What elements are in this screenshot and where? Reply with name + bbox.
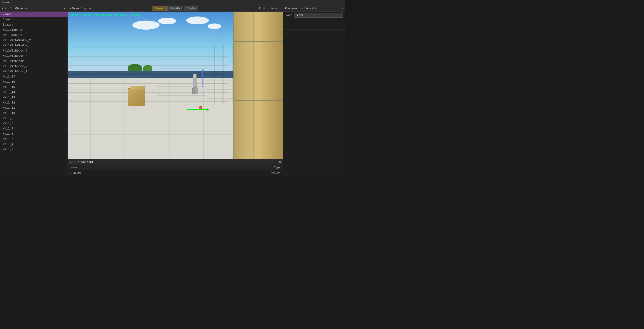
main-layout: ▼ World Objects ✕ FenceGroundStairsWallB… xyxy=(0,6,345,177)
component-arrow-transform: ▶ xyxy=(286,20,287,23)
world-object-item-wall3[interactable]: Wall_3 xyxy=(0,147,68,152)
asset-expand-arrow[interactable]: ▶ xyxy=(70,172,72,174)
char-legs xyxy=(192,88,198,94)
left-panel: ▼ World Objects ✕ FenceGroundStairsWallB… xyxy=(0,6,68,177)
name-input[interactable] xyxy=(294,13,343,18)
char-head xyxy=(193,74,196,80)
world-object-item-wallwithdoor2[interactable]: WallWithDoor_2 xyxy=(0,64,68,69)
file-content-header: ▼ File Content ✕ xyxy=(68,159,283,165)
world-object-item-wall5[interactable]: Wall_5 xyxy=(0,136,68,142)
world-object-item-wallwithdoor5[interactable]: WallWithDoor_5 xyxy=(0,48,68,53)
world-object-item-wall7[interactable]: Wall_7 xyxy=(0,126,68,131)
world-object-item-wallwithwindow1[interactable]: WallWithWindow_1 xyxy=(0,43,68,48)
world-object-item-wall4[interactable]: Wall_4 xyxy=(0,142,68,147)
camera-info: Current editor camera move speed: [0.050… xyxy=(70,14,141,17)
file-list-header: Name Type xyxy=(68,165,283,170)
col-header-name: Name xyxy=(70,166,258,169)
world-object-item-wallwithdoor3[interactable]: WallWithDoor_3 xyxy=(0,58,68,64)
rotate-button[interactable]: Rotate xyxy=(168,6,183,11)
file-content-close[interactable]: ✕ xyxy=(279,160,281,164)
col-header-type: Type xyxy=(258,166,280,169)
viewport[interactable]: Current editor camera move speed: [0.050… xyxy=(68,12,283,159)
gizmo-x-arrow xyxy=(187,109,208,110)
menu-bar: Menu xyxy=(0,0,345,6)
world-objects-header: ▼ World Objects ✕ xyxy=(0,6,68,12)
world-objects-close[interactable]: ✕ xyxy=(63,7,66,10)
name-row: Name xyxy=(283,12,345,19)
seam-h1 xyxy=(234,41,283,42)
seam-h2 xyxy=(234,71,283,71)
file-filter-icon: ▼ xyxy=(70,161,71,164)
crate xyxy=(128,88,145,106)
world-object-item-wallblock1[interactable]: WallBlock_1 xyxy=(0,32,68,38)
character xyxy=(190,74,199,100)
viewport-close[interactable]: ✕ xyxy=(279,7,281,10)
world-object-item-wall14[interactable]: Wall_14 xyxy=(0,90,68,95)
components-list: ▶ ▶ ▶ xyxy=(283,19,345,35)
world-object-item-wall15[interactable]: Wall_15 xyxy=(0,84,68,90)
trans-button[interactable]: Trans xyxy=(152,6,166,11)
components-title: Components Details xyxy=(285,7,317,10)
gizmo-y-arrowhead xyxy=(201,69,204,71)
crate-top xyxy=(129,86,146,90)
seam-h3 xyxy=(234,100,283,100)
world-object-item-wall11[interactable]: Wall_11 xyxy=(0,105,68,110)
name-label: Name xyxy=(286,14,292,17)
right-panel: Components Details ✕ Name ▶ ▶ ▶ xyxy=(283,6,345,177)
scale-button[interactable]: Scale xyxy=(184,6,198,11)
world-object-item-wall17[interactable]: Wall_17 xyxy=(0,74,68,79)
world-object-item-wall10[interactable]: Wall_10 xyxy=(0,110,68,116)
scene-container: Current editor camera move speed: [0.050… xyxy=(68,12,283,159)
cloud xyxy=(208,24,221,29)
world-object-item-wall6[interactable]: Wall_6 xyxy=(0,131,68,136)
gizmo-y-arrow xyxy=(202,71,203,86)
component-mesh[interactable]: ▶ xyxy=(283,24,345,30)
world-object-item-wall13[interactable]: Wall_13 xyxy=(0,95,68,100)
file-content-list: Name Type ▶ asset Folder xyxy=(68,165,283,177)
viewport-title: Game Engine xyxy=(72,7,92,10)
filter-icon[interactable]: ▼ xyxy=(2,7,4,10)
world-object-item-wall12[interactable]: Wall_12 xyxy=(0,100,68,105)
editor-mode-label: Editor Mode xyxy=(259,7,277,10)
char-leg-left xyxy=(192,88,194,94)
seam-h4 xyxy=(234,130,283,130)
world-object-item-stairs[interactable]: Stairs xyxy=(0,22,68,27)
file-item-asset[interactable]: ▶ asset Folder xyxy=(68,170,283,175)
components-header: Components Details ✕ xyxy=(283,6,345,12)
world-object-item-wallwithwindow2[interactable]: WallWithWindow_2 xyxy=(0,38,68,43)
cloud xyxy=(132,20,160,30)
world-object-item-wall8[interactable]: Wall_8 xyxy=(0,121,68,126)
seam-v1 xyxy=(254,12,254,159)
char-leg-right xyxy=(195,88,197,94)
component-transform[interactable]: ▶ xyxy=(283,19,345,24)
component-rigidbody[interactable]: ▶ xyxy=(283,30,345,35)
component-arrow-rigidbody: ▶ xyxy=(286,31,287,34)
world-object-item-wallwithdoor4[interactable]: WallWithDoor_4 xyxy=(0,53,68,58)
char-body xyxy=(193,80,197,88)
bottom-panel: ▼ File Content ✕ Name Type ▶ asset Folde… xyxy=(68,159,283,177)
file-content-title: File Content xyxy=(72,160,94,164)
world-object-item-wall9[interactable]: Wall_9 xyxy=(0,116,68,121)
world-object-item-wallblock2[interactable]: WallBlock_2 xyxy=(0,27,68,32)
world-object-item-wall16[interactable]: Wall_16 xyxy=(0,79,68,84)
menu-label[interactable]: Menu xyxy=(2,1,9,4)
world-object-item-wallwithdoor1[interactable]: WallWithDoor_1 xyxy=(0,69,68,74)
world-object-item-ground[interactable]: Ground xyxy=(0,17,68,22)
component-arrow-mesh: ▶ xyxy=(286,26,287,28)
world-objects-title: World Objects xyxy=(5,7,28,10)
asset-label: asset xyxy=(73,171,81,174)
world-objects-list[interactable]: FenceGroundStairsWallBlock_2WallBlock_1W… xyxy=(0,12,68,177)
viewport-toolbar: ▼ Game Engine Trans Rotate Scale Editor … xyxy=(68,6,283,12)
cloud xyxy=(158,18,176,24)
viewport-filter-icon: ▼ xyxy=(70,7,71,10)
cloud xyxy=(186,16,209,24)
fence-wall-right xyxy=(234,12,283,159)
center-area: ▼ Game Engine Trans Rotate Scale Editor … xyxy=(68,6,283,177)
asset-type: Folder xyxy=(258,171,280,174)
world-object-item-fence[interactable]: Fence xyxy=(0,12,68,17)
components-close[interactable]: ✕ xyxy=(341,7,344,10)
